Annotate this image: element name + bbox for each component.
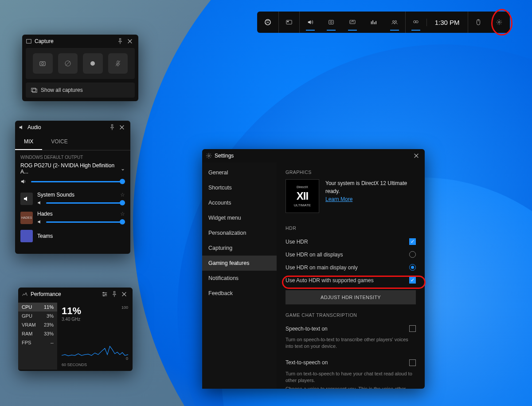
- x-label: 60 SECONDS: [62, 363, 128, 367]
- looking-for-group-icon[interactable]: [405, 12, 426, 33]
- volume-icon[interactable]: [37, 200, 43, 205]
- sidebar-item-accounts[interactable]: Accounts: [202, 195, 277, 210]
- settings-sidebar: General Shortcuts Accounts Widget menu P…: [202, 162, 277, 389]
- app-name-label: Hades: [37, 211, 53, 217]
- svg-point-9: [416, 21, 418, 23]
- close-icon[interactable]: [411, 151, 421, 161]
- svg-point-26: [103, 295, 105, 296]
- pin-icon[interactable]: [110, 289, 119, 299]
- auto-hdr-checkbox[interactable]: [409, 277, 416, 284]
- mouse-icon[interactable]: [468, 12, 489, 33]
- tts-desc2: Choose a voice to represent you. This is…: [286, 386, 416, 389]
- performance-widget: Performance CPU11% GPU3% VRAM23% RAM33% …: [18, 288, 133, 371]
- svg-point-6: [393, 20, 395, 22]
- show-all-captures-button[interactable]: Show all captures: [26, 83, 135, 98]
- stt-label: Speech-to-text on: [286, 326, 328, 332]
- svg-rect-5: [350, 20, 355, 24]
- svg-point-8: [414, 21, 416, 23]
- record-last-button[interactable]: [58, 53, 78, 74]
- perf-row-vram[interactable]: VRAM23%: [18, 320, 57, 329]
- chevron-down-icon[interactable]: ⌄: [121, 166, 125, 172]
- perf-row-ram[interactable]: RAM33%: [18, 329, 57, 338]
- xbox-icon[interactable]: [257, 12, 278, 33]
- hdr-main-display-label: Use HDR on main display only: [286, 264, 358, 271]
- y-min: 0: [126, 356, 128, 361]
- star-icon[interactable]: ☆: [120, 211, 125, 217]
- close-icon[interactable]: [117, 122, 127, 132]
- screenshot-button[interactable]: [33, 53, 53, 74]
- stt-checkbox[interactable]: [409, 325, 416, 332]
- y-max: 100: [121, 305, 128, 310]
- xbox-social-icon[interactable]: [384, 12, 405, 33]
- app-volume-slider[interactable]: [46, 202, 125, 204]
- tts-checkbox[interactable]: [409, 359, 416, 366]
- audio-widget-icon: [19, 124, 25, 130]
- gallery-icon: [31, 87, 37, 93]
- hdr-heading: HDR: [286, 225, 416, 231]
- perf-row-fps[interactable]: FPS--: [18, 338, 57, 347]
- app-volume-row: Teams: [15, 227, 130, 245]
- volume-icon[interactable]: [20, 178, 27, 185]
- mic-toggle-button[interactable]: [108, 53, 128, 74]
- svg-rect-3: [329, 20, 334, 24]
- capture-title: Capture: [35, 38, 115, 44]
- sidebar-item-shortcuts[interactable]: Shortcuts: [202, 180, 277, 195]
- resources-icon[interactable]: [363, 12, 384, 33]
- use-hdr-checkbox[interactable]: [409, 238, 416, 245]
- learn-more-link[interactable]: Learn More: [325, 196, 352, 202]
- svg-point-0: [265, 20, 270, 25]
- record-button[interactable]: [83, 53, 103, 74]
- capture-icon[interactable]: [321, 12, 342, 33]
- tab-mix[interactable]: MIX: [15, 134, 42, 150]
- app-volume-row: System Sounds☆: [15, 189, 130, 208]
- audio-widget: Audio MIX VOICE WINDOWS DEFAULT OUTPUT R…: [15, 121, 130, 254]
- adjust-hdr-button[interactable]: ADJUST HDR INTENSITY: [286, 290, 416, 304]
- hdr-all-displays-label: Use HDR on all displays: [286, 252, 343, 258]
- clock: 1:30 PM: [426, 19, 468, 26]
- tab-voice[interactable]: VOICE: [42, 134, 76, 150]
- sidebar-item-notifications[interactable]: Notifications: [202, 271, 277, 286]
- auto-hdr-label: Use Auto HDR with supported games: [286, 277, 374, 284]
- capture-widget: Capture Show all captures: [22, 35, 138, 101]
- sidebar-item-feedback[interactable]: Feedback: [202, 286, 277, 301]
- perf-big-value: 11%: [62, 305, 128, 317]
- tts-desc: Turn on text-to-speech to have your chat…: [286, 371, 416, 384]
- svg-point-7: [395, 20, 397, 22]
- sidebar-item-personalization[interactable]: Personalization: [202, 225, 277, 240]
- sidebar-item-widget-menu[interactable]: Widget menu: [202, 210, 277, 225]
- tts-label: Text-to-speech on: [286, 359, 328, 366]
- close-icon[interactable]: [119, 289, 129, 299]
- settings-gear-icon[interactable]: [489, 12, 510, 33]
- svg-point-24: [103, 292, 104, 293]
- hades-icon: HADES: [20, 212, 33, 224]
- performance-icon[interactable]: [342, 12, 363, 33]
- system-sounds-icon: [20, 193, 33, 205]
- hdr-all-displays-radio[interactable]: [409, 251, 416, 258]
- graphics-status-text: Your system is DirectX 12 Ultimate ready…: [325, 179, 416, 195]
- chat-heading: GAME CHAT TRANSCRIPTION: [286, 312, 416, 318]
- options-icon[interactable]: [100, 289, 110, 299]
- show-all-label: Show all captures: [41, 87, 83, 93]
- settings-content: GRAPHICS DirectX XII ULTIMATE Your syste…: [277, 162, 425, 389]
- pin-icon[interactable]: [115, 36, 125, 46]
- sidebar-item-capturing[interactable]: Capturing: [202, 240, 277, 256]
- audio-title: Audio: [27, 124, 107, 130]
- pin-icon[interactable]: [107, 122, 117, 132]
- audio-icon[interactable]: [299, 12, 321, 33]
- app-volume-slider[interactable]: [46, 221, 125, 223]
- hdr-main-display-radio[interactable]: [409, 264, 416, 271]
- volume-icon[interactable]: [37, 219, 43, 225]
- sidebar-item-gaming-features[interactable]: Gaming features: [202, 256, 277, 271]
- svg-point-12: [498, 21, 500, 23]
- close-icon[interactable]: [125, 36, 135, 46]
- output-device: ROG PG27U (2- NVIDIA High Definition A..…: [20, 162, 121, 175]
- widget-menu-icon[interactable]: [278, 12, 300, 33]
- master-volume-slider[interactable]: [31, 181, 125, 182]
- star-icon[interactable]: ☆: [120, 192, 125, 198]
- perf-freq: 3.40 GHz: [62, 317, 128, 322]
- svg-point-25: [105, 294, 106, 295]
- perf-row-cpu[interactable]: CPU11%: [18, 303, 57, 311]
- perf-row-gpu[interactable]: GPU3%: [18, 311, 57, 320]
- svg-point-28: [208, 155, 210, 157]
- sidebar-item-general[interactable]: General: [202, 165, 277, 180]
